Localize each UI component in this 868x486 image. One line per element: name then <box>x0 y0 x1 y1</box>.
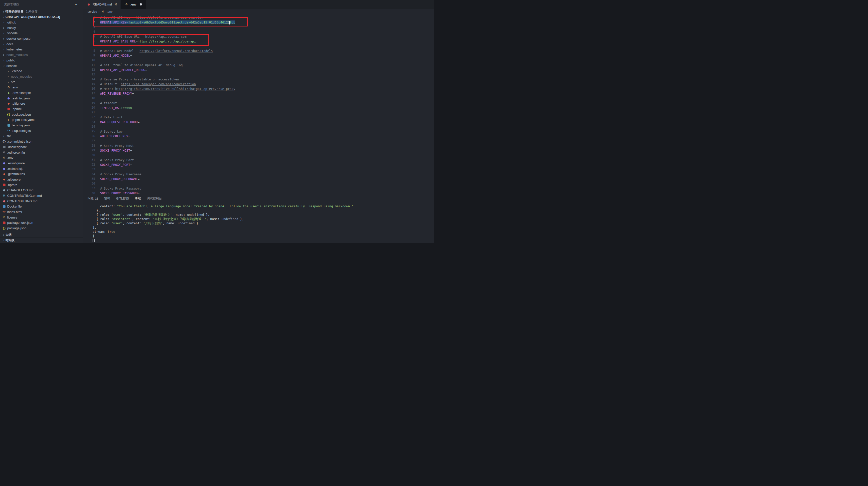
tree-item-Dockerfile[interactable]: Dockerfile <box>0 204 83 209</box>
token-u: https://platform.openai.com/overview <box>136 16 204 20</box>
code-line-7[interactable]: 7 <box>83 44 434 49</box>
panel-tab-终端[interactable]: 终端 <box>135 195 141 202</box>
line-number: 14 <box>83 77 95 82</box>
tree-item-.gitignore[interactable]: ◆.gitignore <box>0 101 83 106</box>
code-line-20[interactable]: 20TIMEOUT_MS=100000 <box>83 105 434 110</box>
tree-item-.eslintrc.json[interactable]: ●.eslintrc.json <box>0 96 83 101</box>
code-line-6[interactable]: 6OPENAI_API_BASE_URL=https://fastgpt.run… <box>83 39 434 44</box>
code-line-26[interactable]: 26AUTH_SECRET_KEY= <box>83 134 434 139</box>
tree-item-package.json[interactable]: {}package.json <box>0 226 83 231</box>
tree-item-.commitlintrc.json[interactable]: {}.commitlintrc.json <box>0 139 83 144</box>
code-line-8[interactable]: 8# OpenAI API Model - https://platform.o… <box>83 49 434 53</box>
tree-item-.editorconfig[interactable]: ⚙.editorconfig <box>0 150 83 155</box>
tree-item-.eslintignore[interactable]: ●.eslintignore <box>0 161 83 166</box>
tree-item-package-lock.json[interactable]: package-lock.json <box>0 220 83 226</box>
unsaved-count-badge: 1 未保存 <box>26 9 37 14</box>
tab-.env[interactable]: ⚙.env <box>121 0 146 9</box>
tree-item-src[interactable]: ›src <box>0 79 83 85</box>
tree-item-.gitignore[interactable]: ◆.gitignore <box>0 177 83 182</box>
tree-item-.gitattributes[interactable]: ◆.gitattributes <box>0 171 83 177</box>
tree-item-tsup.config.ts[interactable]: TStsup.config.ts <box>0 128 83 134</box>
tree-item-kubernetes[interactable]: ›kubernetes <box>0 47 83 52</box>
tree-item-.env[interactable]: ⚙.env <box>0 85 83 90</box>
tree-item-node_modules[interactable]: ›node_modules <box>0 74 83 79</box>
tree-item-.dockerignore[interactable]: .dockerignore <box>0 144 83 150</box>
tree-item-.env[interactable]: ⚙.env <box>0 155 83 161</box>
tree-item-pnpm-lock.yaml[interactable]: !pnpm-lock.yaml <box>0 117 83 123</box>
code-line-37[interactable]: 37# Socks Proxy Password <box>83 186 434 191</box>
tree-item-CONTRIBUTING.en.md[interactable]: MCONTRIBUTING.en.md <box>0 193 83 199</box>
tree-item-docker-compose[interactable]: ›docker-compose <box>0 36 83 41</box>
open-editors-section[interactable]: › 打开的编辑器 1 未保存 <box>0 9 83 14</box>
code-line-35[interactable]: 35SOCKS_PROXY_USERNAME= <box>83 177 434 181</box>
code-line-5[interactable]: 5# OpenAI API Base URL - https://api.ope… <box>83 34 434 39</box>
code-line-22[interactable]: 22# Rate Limit <box>83 115 434 120</box>
code-line-13[interactable]: 13 <box>83 72 434 77</box>
code-line-23[interactable]: 23MAX_REQUEST_PER_HOUR= <box>83 120 434 124</box>
panel-tab-输出[interactable]: 输出 <box>104 195 110 202</box>
code-line-17[interactable]: 17API_REVERSE_PROXY= <box>83 91 434 96</box>
code-line-29[interactable]: 29SOCKS_PROXY_HOST= <box>83 148 434 153</box>
tree-item-service[interactable]: ›service <box>0 63 83 69</box>
tree-item-package.json[interactable]: {}package.json <box>0 112 83 117</box>
code-line-11[interactable]: 11# set `true` to disable OpenAI API deb… <box>83 63 434 67</box>
code-line-19[interactable]: 19# timeout <box>83 101 434 105</box>
code-line-33[interactable]: 33 <box>83 167 434 172</box>
tree-item-public[interactable]: ›public <box>0 58 83 63</box>
tree-item-.eslintrc.cjs[interactable]: ●.eslintrc.cjs <box>0 166 83 172</box>
breadcrumb-item[interactable]: service <box>88 10 97 13</box>
tree-item-index.html[interactable]: <>index.html <box>0 209 83 215</box>
tree-item-.npmrc[interactable]: .npmrc <box>0 106 83 112</box>
code-line-14[interactable]: 14# Reverse Proxy - Available on accessT… <box>83 77 434 82</box>
code-line-36[interactable]: 36 <box>83 181 434 186</box>
project-root-section[interactable]: › CHATGPT-WEB [WSL: UBUNTU-22.04] <box>0 14 83 20</box>
code-line-10[interactable]: 10 <box>83 58 434 63</box>
tree-item-docs[interactable]: ›docs <box>0 41 83 47</box>
code-line-3[interactable]: 3 <box>83 25 434 29</box>
tree-item-node_modules[interactable]: ›node_modules <box>0 52 83 58</box>
code-line-34[interactable]: 34# Socks Proxy Username <box>83 172 434 177</box>
more-actions-icon[interactable]: ⋯ <box>74 2 79 7</box>
code-line-25[interactable]: 25# Secret key <box>83 129 434 134</box>
code-line-32[interactable]: 32SOCKS_PROXY_PORT= <box>83 162 434 167</box>
panel-tab-GITLENS[interactable]: GITLENS <box>116 195 129 202</box>
code-line-1[interactable]: 1# OpenAI API Key - https://platform.ope… <box>83 15 434 20</box>
unsaved-dot-icon[interactable] <box>140 3 142 5</box>
timeline-section[interactable]: › 时间线 <box>0 237 83 243</box>
code-line-9[interactable]: 9OPENAI_API_MODEL= <box>83 53 434 58</box>
code-line-12[interactable]: 12OPENAI_API_DISABLE_DEBUG= <box>83 67 434 72</box>
code-line-27[interactable]: 27 <box>83 139 434 143</box>
panel-tab-问题[interactable]: 问题16 <box>88 195 98 202</box>
code-line-38[interactable]: 38SOCKS_PROXY_PASSWORD= <box>83 191 434 195</box>
tree-item-src[interactable]: ›src <box>0 133 83 139</box>
breadcrumb[interactable]: service›⚙.env <box>83 9 434 15</box>
code-line-21[interactable]: 21 <box>83 110 434 115</box>
tab-README.md[interactable]: ●README.mdM <box>83 0 121 9</box>
code-line-18[interactable]: 18 <box>83 96 434 101</box>
terminal-output[interactable]: content: "You are ChatGPT, a large langu… <box>83 202 434 243</box>
code-line-28[interactable]: 28# Socks Proxy Host <box>83 143 434 148</box>
tree-item-.npmrc[interactable]: .npmrc <box>0 182 83 188</box>
token-c: # Socks Proxy Port <box>100 158 134 162</box>
outline-section[interactable]: › 大纲 <box>0 232 83 237</box>
code-line-24[interactable]: 24 <box>83 124 434 129</box>
code-line-4[interactable]: 4 <box>83 29 434 34</box>
tree-item-.vscode[interactable]: ›.vscode <box>0 68 83 74</box>
tree-item-.vscode[interactable]: ›.vscode <box>0 30 83 36</box>
code-editor[interactable]: 1# OpenAI API Key - https://platform.ope… <box>83 15 434 195</box>
tree-item-.husky[interactable]: ›.husky <box>0 25 83 31</box>
code-line-2[interactable]: 2OPENAI_API_KEY=fastgpt-y6b3axfbdd5wyp01… <box>83 20 434 25</box>
tree-item-tsconfig.json[interactable]: tsconfig.json <box>0 123 83 128</box>
code-line-15[interactable]: 15# Default: https://ai.fakeopen.com/api… <box>83 82 434 86</box>
code-line-16[interactable]: 16# More: https://github.com/transitive-… <box>83 86 434 91</box>
code-line-31[interactable]: 31# Socks Proxy Port <box>83 158 434 162</box>
tree-item-CONTRIBUTING.md[interactable]: ●CONTRIBUTING.md <box>0 199 83 204</box>
tree-item-license[interactable]: ©license <box>0 215 83 220</box>
tree-item-.github[interactable]: ›.github <box>0 20 83 25</box>
panel-tab-调试控制台[interactable]: 调试控制台 <box>147 195 162 202</box>
code-line-30[interactable]: 30 <box>83 153 434 158</box>
breadcrumb-item[interactable]: .env <box>107 10 113 13</box>
tree-item-.env.example[interactable]: $.env.example <box>0 90 83 96</box>
tree-item-CHANGELOG.md[interactable]: ●CHANGELOG.md <box>0 188 83 193</box>
tree-item-label: CHANGELOG.md <box>7 188 33 193</box>
